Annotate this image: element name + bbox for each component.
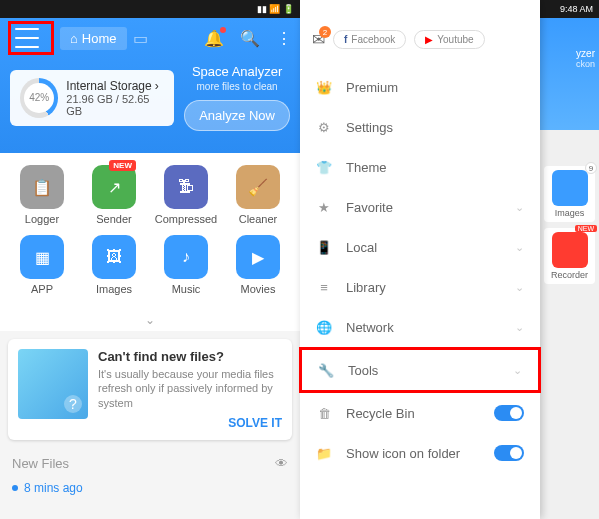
chevron-down-icon: ⌄ (515, 201, 524, 214)
grid-music[interactable]: ♪Music (150, 235, 222, 295)
menu-show-icon-on-folder[interactable]: 📁Show icon on folder (300, 433, 540, 473)
menu-network[interactable]: 🌐Network⌄ (300, 307, 540, 347)
peek-new-badge: NEW (575, 225, 597, 232)
net-icon: 🌐 (316, 319, 332, 335)
new-file-time: 8 mins ago (24, 481, 83, 495)
menu-library[interactable]: ≡Library⌄ (300, 267, 540, 307)
grid-label: APP (6, 283, 78, 295)
menu-label: Tools (348, 363, 378, 378)
grid-label: Sender (78, 213, 150, 225)
grid-compressed[interactable]: 🗜Compressed (150, 165, 222, 225)
right-panel: 9:48 AM yzer ckon 9 Images NEW Recorder … (300, 0, 599, 519)
mail-badge: 2 (319, 26, 331, 38)
youtube-icon: ▶ (425, 34, 433, 45)
home-button[interactable]: ⌂ Home (60, 27, 127, 50)
chevron-down-icon: ⌄ (515, 321, 524, 334)
images-icon: 🖼 (92, 235, 136, 279)
peek-image-count: 9 (585, 162, 597, 174)
peek-images[interactable]: 9 Images (544, 166, 595, 222)
youtube-button[interactable]: ▶ Youtube (414, 30, 484, 49)
menu-label: Favorite (346, 200, 393, 215)
home-label: Home (82, 31, 117, 46)
new-files-heading: New Files (12, 456, 69, 471)
compressed-icon: 🗜 (164, 165, 208, 209)
menu-local[interactable]: 📱Local⌄ (300, 227, 540, 267)
analyzer-title: Space Analyzer (184, 64, 290, 79)
gear-icon: ⚙ (316, 119, 332, 135)
menu-label: Library (346, 280, 386, 295)
sender-icon: ↗ (92, 165, 136, 209)
grid-label: Logger (6, 213, 78, 225)
analyze-button[interactable]: Analyze Now (184, 100, 290, 131)
grid-label: Images (78, 283, 150, 295)
new-file-item[interactable]: 8 mins ago (0, 479, 300, 497)
menu-recycle-bin[interactable]: 🗑Recycle Bin (300, 393, 540, 433)
analyzer-subtitle: more files to clean (184, 81, 290, 92)
youtube-label: Youtube (437, 34, 473, 45)
app-header: ⌂ Home ▭ 🔔 🔍 ⋮ 42% Internal Storage › (0, 18, 300, 153)
storage-gauge: 42% (20, 78, 58, 118)
cleaner-icon: 🧹 (236, 165, 280, 209)
grid-logger[interactable]: 📋Logger (6, 165, 78, 225)
app-icon: ▦ (20, 235, 64, 279)
images-icon (552, 170, 588, 206)
storage-percent: 42% (24, 83, 54, 113)
peek-clean-text: ckon (544, 59, 595, 69)
hamburger-menu-icon[interactable] (15, 28, 39, 48)
chevron-right-icon: › (155, 79, 159, 93)
menu-label: Premium (346, 80, 398, 95)
category-grid: 📋LoggerNEW↗Sender🗜Compressed🧹Cleaner▦APP… (0, 153, 300, 309)
menu-favorite[interactable]: ★Favorite⌄ (300, 187, 540, 227)
facebook-button[interactable]: f Facebook (333, 30, 406, 49)
status-bar: ▮▮ 📶 🔋 (0, 0, 300, 18)
eye-icon[interactable]: 👁 (275, 456, 288, 471)
grid-app[interactable]: ▦APP (6, 235, 78, 295)
grid-label: Compressed (150, 213, 222, 225)
logger-icon: 📋 (20, 165, 64, 209)
facebook-icon: f (344, 34, 347, 45)
menu-label: Recycle Bin (346, 406, 415, 421)
menu-label: Theme (346, 160, 386, 175)
peek-analyzer-text: yzer (544, 48, 595, 59)
notification-bell-icon[interactable]: 🔔 (204, 29, 224, 48)
folder-icon: 📁 (316, 445, 332, 461)
star-icon: ★ (316, 199, 332, 215)
menu-theme[interactable]: 👕Theme (300, 147, 540, 187)
tip-title: Can't find new files? (98, 349, 282, 364)
background-peek: yzer ckon 9 Images NEW Recorder (540, 18, 599, 519)
menu-label: Network (346, 320, 394, 335)
grid-cleaner[interactable]: 🧹Cleaner (222, 165, 294, 225)
storage-title: Internal Storage (66, 79, 151, 93)
new-badge: NEW (109, 160, 136, 171)
toggle-switch[interactable] (494, 405, 524, 421)
menu-label: Local (346, 240, 377, 255)
menu-settings[interactable]: ⚙Settings (300, 107, 540, 147)
mail-icon[interactable]: ✉ 2 (312, 30, 325, 49)
chat-icon[interactable]: ▭ (133, 29, 148, 48)
expand-icon[interactable]: ⌄ (0, 309, 300, 331)
overflow-menu-icon[interactable]: ⋮ (276, 29, 292, 48)
tip-card: Can't find new files? It's usually becau… (8, 339, 292, 440)
grid-label: Cleaner (222, 213, 294, 225)
search-icon[interactable]: 🔍 (240, 29, 260, 48)
home-icon: ⌂ (70, 31, 78, 46)
peek-recorder[interactable]: NEW Recorder (544, 228, 595, 284)
tip-body: It's usually because your media files re… (98, 367, 282, 410)
tip-illustration (18, 349, 88, 419)
navigation-drawer: ✉ 2 f Facebook ▶ Youtube 👑Premium⚙Settin… (300, 0, 540, 519)
chevron-down-icon: ⌄ (515, 241, 524, 254)
facebook-label: Facebook (351, 34, 395, 45)
trash-icon: 🗑 (316, 405, 332, 421)
tip-action-button[interactable]: SOLVE IT (98, 416, 282, 430)
grid-images[interactable]: 🖼Images (78, 235, 150, 295)
grid-movies[interactable]: ▶Movies (222, 235, 294, 295)
movies-icon: ▶ (236, 235, 280, 279)
stack-icon: ≡ (316, 279, 332, 295)
grid-sender[interactable]: NEW↗Sender (78, 165, 150, 225)
toggle-switch[interactable] (494, 445, 524, 461)
menu-label: Settings (346, 120, 393, 135)
menu-label: Show icon on folder (346, 446, 460, 461)
storage-card[interactable]: 42% Internal Storage › 21.96 GB / 52.65 … (10, 70, 174, 126)
menu-tools[interactable]: 🔧Tools⌄ (299, 347, 541, 393)
menu-premium[interactable]: 👑Premium (300, 67, 540, 107)
